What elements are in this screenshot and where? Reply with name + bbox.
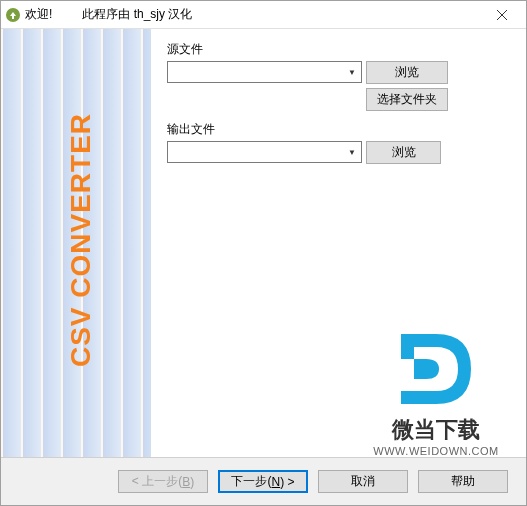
titlebar-welcome: 欢迎! bbox=[25, 6, 52, 23]
chevron-down-icon[interactable]: ▼ bbox=[344, 63, 360, 81]
browse-output-button[interactable]: 浏览 bbox=[366, 141, 441, 164]
main-panel: 源文件 ▼ 浏览 选择文件夹 bbox=[151, 29, 526, 457]
source-file-group: 源文件 ▼ 浏览 选择文件夹 bbox=[167, 41, 510, 111]
help-button[interactable]: 帮助 bbox=[418, 470, 508, 493]
titlebar-subtitle: 此程序由 th_sjy 汉化 bbox=[82, 6, 192, 23]
app-icon bbox=[5, 7, 21, 23]
output-file-label: 输出文件 bbox=[167, 121, 510, 138]
sidebar-title: CSV CONVERTER bbox=[65, 100, 97, 380]
next-button[interactable]: 下一步(N) > bbox=[218, 470, 308, 493]
close-button[interactable] bbox=[482, 3, 522, 27]
sidebar-banner: CSV CONVERTER bbox=[1, 29, 151, 457]
back-button: < 上一步(B) bbox=[118, 470, 208, 493]
chevron-down-icon[interactable]: ▼ bbox=[344, 143, 360, 161]
wizard-window: 欢迎! 此程序由 th_sjy 汉化 CSV CONVERTER 源文件 ▼ bbox=[0, 0, 527, 506]
cancel-button[interactable]: 取消 bbox=[318, 470, 408, 493]
titlebar: 欢迎! 此程序由 th_sjy 汉化 bbox=[1, 1, 526, 29]
source-file-combo[interactable]: ▼ bbox=[167, 61, 362, 83]
titlebar-text: 欢迎! 此程序由 th_sjy 汉化 bbox=[25, 6, 192, 23]
select-folder-button[interactable]: 选择文件夹 bbox=[366, 88, 448, 111]
body-area: CSV CONVERTER 源文件 ▼ 浏览 选择文件夹 bbox=[1, 29, 526, 457]
source-file-label: 源文件 bbox=[167, 41, 510, 58]
footer: < 上一步(B) 下一步(N) > 取消 帮助 bbox=[1, 457, 526, 505]
output-file-combo[interactable]: ▼ bbox=[167, 141, 362, 163]
output-file-group: 输出文件 ▼ 浏览 bbox=[167, 121, 510, 164]
browse-source-button[interactable]: 浏览 bbox=[366, 61, 448, 84]
